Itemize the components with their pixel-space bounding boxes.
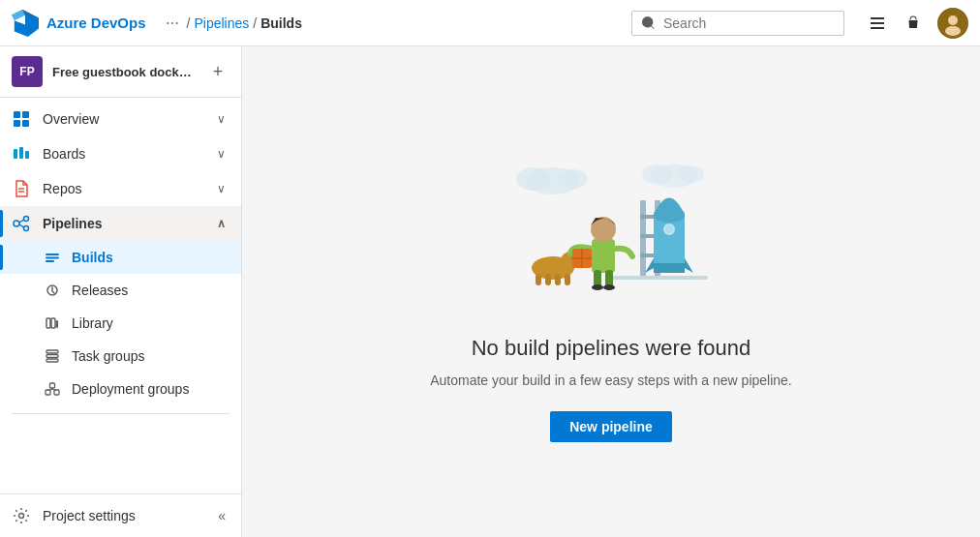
shopping-bag-button[interactable] <box>899 6 934 41</box>
search-input[interactable] <box>663 15 834 31</box>
add-project-button[interactable]: + <box>206 60 230 83</box>
svg-rect-35 <box>50 383 55 388</box>
svg-line-38 <box>52 390 57 391</box>
gear-icon <box>12 506 31 525</box>
task-groups-label: Task groups <box>72 348 144 364</box>
svg-rect-9 <box>14 111 20 118</box>
svg-point-74 <box>603 284 615 290</box>
sidebar-item-overview[interactable]: Overview ∨ <box>0 102 241 136</box>
azure-devops-logo[interactable]: Azure DevOps <box>12 10 146 37</box>
svg-rect-32 <box>46 359 58 362</box>
svg-rect-24 <box>46 257 59 259</box>
plus-icon: + <box>213 62 224 82</box>
breadcrumb: ⋯ / Pipelines / Builds <box>162 15 302 31</box>
sidebar-subitem-deployment-groups[interactable]: Deployment groups <box>0 373 241 405</box>
breadcrumb-pipelines[interactable]: Pipelines <box>194 15 249 31</box>
svg-line-37 <box>48 390 53 391</box>
deployment-groups-icon <box>43 379 62 399</box>
boards-chevron: ∨ <box>217 147 226 161</box>
svg-point-7 <box>948 15 958 25</box>
sidebar-project[interactable]: FP Free guestbook docker... + <box>0 46 241 98</box>
svg-rect-13 <box>14 149 17 159</box>
svg-rect-4 <box>871 22 884 24</box>
app-name: Azure DevOps <box>46 15 146 31</box>
svg-point-39 <box>19 514 24 519</box>
avatar-image <box>937 8 968 39</box>
svg-point-55 <box>665 225 673 233</box>
repos-chevron: ∨ <box>217 182 226 195</box>
sidebar-scroll: Overview ∨ Boards ∨ <box>0 98 241 493</box>
search-box[interactable] <box>631 11 844 36</box>
overview-chevron: ∨ <box>217 112 226 126</box>
svg-line-22 <box>19 224 24 227</box>
project-name: Free guestbook docker... <box>52 65 197 79</box>
svg-rect-62 <box>536 274 541 285</box>
svg-point-41 <box>516 167 551 191</box>
svg-rect-5 <box>871 27 884 29</box>
project-avatar: FP <box>12 56 43 87</box>
empty-state: No build pipelines were found Automate y… <box>411 123 812 462</box>
avatar[interactable] <box>937 8 968 39</box>
svg-point-20 <box>24 226 29 231</box>
releases-label: Releases <box>72 283 128 298</box>
svg-point-45 <box>677 165 704 183</box>
sidebar-item-pipelines[interactable]: Pipelines ∧ <box>0 206 241 241</box>
list-icon-button[interactable] <box>860 6 895 41</box>
svg-rect-34 <box>54 390 59 395</box>
shopping-bag-icon <box>908 15 924 31</box>
sidebar: FP Free guestbook docker... + <box>0 46 242 537</box>
svg-marker-1 <box>12 10 25 20</box>
svg-point-73 <box>592 284 603 290</box>
svg-point-42 <box>557 169 588 189</box>
empty-state-title: No build pipelines were found <box>472 336 751 361</box>
boards-label: Boards <box>43 146 205 162</box>
sidebar-item-boards[interactable]: Boards ∨ <box>0 136 241 171</box>
repos-label: Repos <box>43 181 205 196</box>
boards-icon <box>12 144 31 164</box>
kebab-menu-icon[interactable]: ⋯ <box>162 15 183 31</box>
repos-icon <box>12 179 31 198</box>
sidebar-subitem-builds[interactable]: Builds <box>0 241 241 274</box>
library-icon <box>43 313 62 333</box>
collapse-button[interactable]: « <box>218 508 226 523</box>
sidebar-subitem-library[interactable]: Library <box>0 307 241 340</box>
svg-point-44 <box>642 164 673 184</box>
builds-icon <box>43 248 62 267</box>
svg-rect-65 <box>565 274 570 285</box>
main-layout: FP Free guestbook docker... + <box>0 46 980 537</box>
sidebar-divider <box>12 413 230 414</box>
svg-rect-23 <box>46 254 59 255</box>
svg-rect-12 <box>22 120 29 127</box>
svg-rect-64 <box>555 274 561 285</box>
svg-rect-10 <box>22 111 29 118</box>
empty-state-subtitle: Automate your build in a few easy steps … <box>430 373 792 388</box>
svg-rect-46 <box>640 200 646 278</box>
pipelines-label: Pipelines <box>43 216 205 231</box>
sidebar-subitem-releases[interactable]: Releases <box>0 274 241 307</box>
empty-state-subtitle-text: Automate your build in a few easy steps … <box>430 373 792 388</box>
overview-icon <box>12 109 31 129</box>
sidebar-section-main: Overview ∨ Boards ∨ <box>0 98 241 409</box>
list-icon <box>870 15 885 31</box>
svg-rect-3 <box>871 17 884 19</box>
svg-rect-66 <box>592 239 615 273</box>
svg-rect-15 <box>25 151 29 159</box>
svg-rect-31 <box>46 355 58 358</box>
releases-icon <box>43 281 62 300</box>
task-groups-icon <box>43 346 62 366</box>
pipelines-icon <box>12 214 31 233</box>
illustration <box>475 142 747 316</box>
svg-rect-29 <box>56 320 58 328</box>
svg-rect-27 <box>46 318 50 328</box>
sidebar-subitem-task-groups[interactable]: Task groups <box>0 340 241 373</box>
search-icon <box>642 16 656 30</box>
svg-rect-25 <box>46 260 54 262</box>
svg-rect-14 <box>19 147 23 159</box>
sidebar-item-project-settings[interactable]: Project settings « <box>0 498 241 533</box>
sidebar-bottom: Project settings « <box>0 493 241 537</box>
new-pipeline-button[interactable]: New pipeline <box>550 411 672 442</box>
svg-point-19 <box>24 217 29 222</box>
svg-rect-28 <box>51 318 55 328</box>
sidebar-item-repos[interactable]: Repos ∨ <box>0 171 241 206</box>
overview-label: Overview <box>43 111 205 127</box>
